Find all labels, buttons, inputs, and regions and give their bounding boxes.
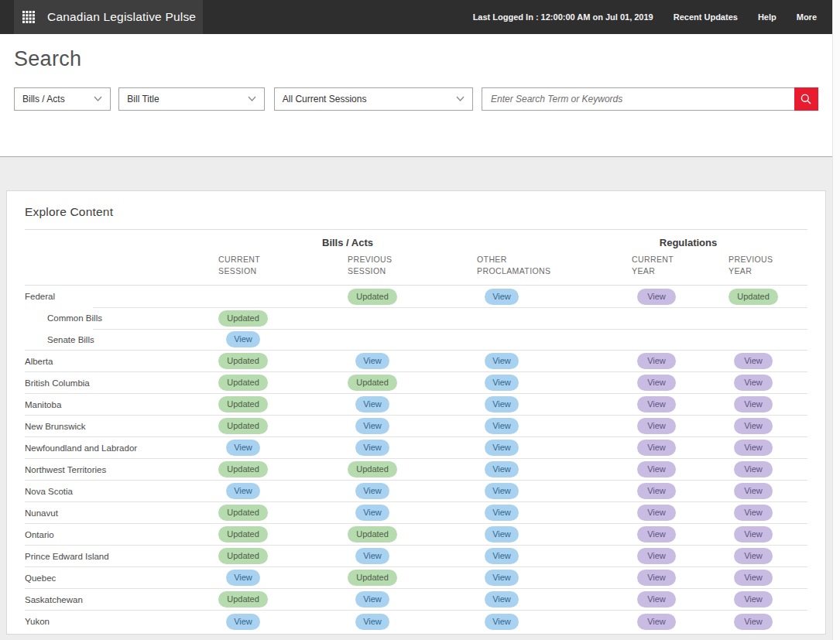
updated-button[interactable]: Updated [348, 375, 397, 391]
view-button[interactable]: View [226, 331, 260, 347]
updated-button[interactable]: Updated [218, 505, 268, 521]
view-button[interactable]: View [485, 548, 519, 564]
view-button[interactable]: View [355, 418, 389, 434]
view-button[interactable]: View [637, 375, 676, 391]
view-button[interactable]: View [226, 614, 260, 630]
view-button[interactable]: View [226, 440, 260, 456]
view-button[interactable]: View [734, 591, 773, 607]
view-button[interactable]: View [355, 614, 389, 630]
view-button[interactable]: View [485, 289, 519, 305]
view-button[interactable]: View [355, 440, 389, 456]
view-button[interactable]: View [485, 570, 519, 586]
view-button[interactable]: View [226, 483, 260, 499]
view-button[interactable]: View [734, 548, 773, 564]
view-button[interactable]: View [734, 353, 773, 369]
search-input[interactable] [482, 87, 794, 111]
view-button[interactable]: View [485, 375, 519, 391]
updated-button[interactable]: Updated [218, 418, 268, 434]
scrollbar-track[interactable] [832, 0, 840, 640]
view-button[interactable]: View [485, 418, 519, 434]
nav-recent-updates[interactable]: Recent Updates [674, 12, 738, 22]
view-button[interactable]: View [734, 418, 773, 434]
search-icon [800, 93, 812, 105]
view-button[interactable]: View [734, 461, 773, 477]
view-button[interactable]: View [734, 570, 773, 586]
updated-button[interactable]: Updated [729, 289, 778, 305]
view-button[interactable]: View [734, 505, 773, 521]
table-cell: Updated [218, 375, 348, 391]
view-button[interactable]: View [355, 591, 389, 607]
view-button[interactable]: View [355, 483, 389, 499]
jurisdiction-label: Senate Bills [25, 335, 218, 344]
view-button[interactable]: View [637, 289, 676, 305]
table-row: OntarioUpdatedUpdatedViewViewView [25, 524, 807, 546]
view-button[interactable]: View [355, 505, 389, 521]
search-field-select[interactable]: Bill Title [118, 87, 264, 111]
view-button[interactable]: View [637, 526, 676, 542]
jurisdiction-label: Nunavut [25, 508, 218, 518]
updated-button[interactable]: Updated [348, 461, 397, 477]
view-button[interactable]: View [485, 483, 519, 499]
updated-button[interactable]: Updated [218, 591, 268, 607]
view-button[interactable]: View [355, 396, 389, 412]
chevron-down-icon [248, 96, 256, 102]
content-type-select[interactable]: Bills / Acts [14, 87, 111, 111]
view-button[interactable]: View [734, 375, 773, 391]
view-button[interactable]: View [637, 353, 676, 369]
view-button[interactable]: View [485, 526, 519, 542]
view-button[interactable]: View [734, 526, 773, 542]
updated-button[interactable]: Updated [348, 289, 397, 305]
view-button[interactable]: View [734, 440, 773, 456]
nav-help[interactable]: Help [758, 12, 777, 22]
view-button[interactable]: View [637, 440, 676, 456]
view-button[interactable]: View [637, 614, 676, 630]
table-cell: Updated [729, 289, 822, 305]
search-button[interactable] [794, 87, 818, 111]
view-button[interactable]: View [485, 461, 519, 477]
updated-button[interactable]: Updated [218, 548, 268, 564]
table-row: QuebecViewUpdatedViewViewView [25, 567, 807, 589]
view-button[interactable]: View [485, 591, 519, 607]
app-brand: Canadian Legislative Pulse [14, 0, 203, 34]
updated-button[interactable]: Updated [348, 526, 397, 542]
nav-more[interactable]: More [797, 12, 817, 22]
view-button[interactable]: View [355, 548, 389, 564]
table-cell: View [348, 396, 477, 412]
updated-button[interactable]: Updated [218, 375, 268, 391]
view-button[interactable]: View [485, 440, 519, 456]
view-button[interactable]: View [734, 396, 773, 412]
view-button[interactable]: View [637, 461, 676, 477]
view-button[interactable]: View [485, 353, 519, 369]
session-select[interactable]: All Current Sessions [274, 87, 473, 111]
view-button[interactable]: View [226, 570, 260, 586]
updated-button[interactable]: Updated [218, 461, 268, 477]
updated-button[interactable]: Updated [218, 396, 268, 412]
table-cell: Updated [348, 289, 477, 305]
view-button[interactable]: View [485, 614, 519, 630]
table-row: ManitobaUpdatedViewViewViewView [25, 394, 807, 416]
view-button[interactable]: View [637, 591, 676, 607]
table-row: FederalUpdatedViewViewUpdated [25, 286, 807, 307]
view-button[interactable]: View [637, 396, 676, 412]
view-button[interactable]: View [485, 396, 519, 412]
view-button[interactable]: View [485, 505, 519, 521]
view-button[interactable]: View [637, 418, 676, 434]
view-button[interactable]: View [637, 505, 676, 521]
content-type-select-value: Bills / Acts [22, 94, 65, 104]
table-cell: Updated [218, 418, 348, 434]
view-button[interactable]: View [637, 483, 676, 499]
updated-button[interactable]: Updated [348, 570, 397, 586]
view-button[interactable]: View [637, 570, 676, 586]
table-cell: View [477, 289, 632, 305]
jurisdiction-label: Newfoundland and Labrador [25, 443, 218, 453]
updated-button[interactable]: Updated [218, 310, 268, 327]
column-header-previous-session: PREVIOUS SESSION [348, 254, 477, 277]
updated-button[interactable]: Updated [218, 353, 268, 369]
view-button[interactable]: View [637, 548, 676, 564]
updated-button[interactable]: Updated [218, 526, 268, 542]
view-button[interactable]: View [734, 483, 773, 499]
view-button[interactable]: View [734, 614, 773, 630]
view-button[interactable]: View [355, 353, 389, 369]
session-select-value: All Current Sessions [283, 94, 367, 104]
grid-icon[interactable] [22, 11, 35, 23]
